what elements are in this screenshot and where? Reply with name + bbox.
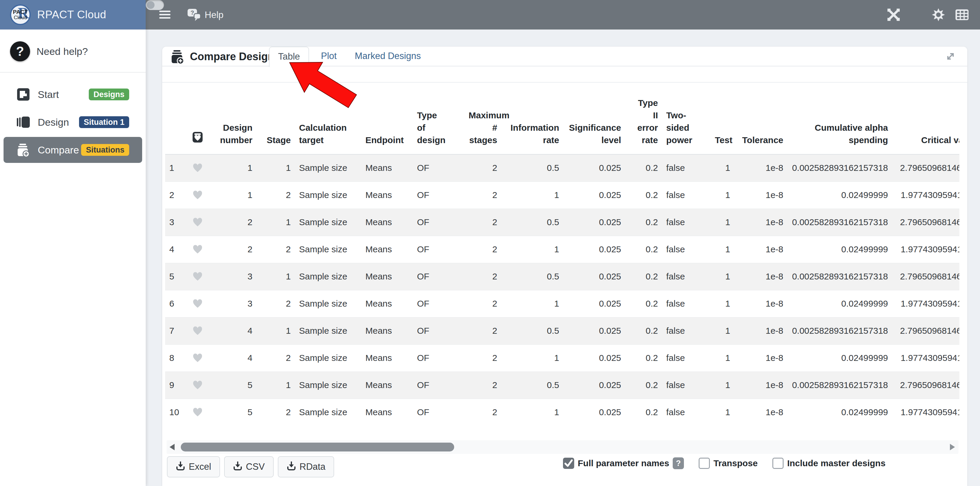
cell-information_rate: 0.5 [501, 155, 563, 182]
cell-marked[interactable] [186, 317, 209, 344]
cell-calculation_target: Sample size [295, 236, 361, 263]
need-help-link[interactable]: ? Need help? [0, 30, 146, 72]
cell-maximum_stages: 2 [465, 371, 501, 398]
grid-view-icon[interactable] [955, 7, 970, 22]
download-icon [286, 461, 296, 473]
card-header: Compare Designs TablePlotMarked Designs [162, 47, 967, 83]
cell-critical_values: 1.977430959411551 [892, 236, 959, 263]
cell-cumulative_alpha_spending: 0.002582893162157318 [788, 263, 892, 290]
cell-two_sided_power: false [662, 263, 711, 290]
full_parameter_names-checkbox[interactable] [563, 458, 574, 469]
cell-test: 1 [711, 209, 734, 236]
cell-type_ii_error_rate: 0.2 [625, 344, 662, 371]
cell-endpoint: Means [361, 209, 413, 236]
cell-information_rate: 0.5 [501, 263, 563, 290]
table-row[interactable]: 531Sample sizeMeansOF20.50.0250.2false11… [165, 263, 959, 290]
cell-endpoint: Means [361, 236, 413, 263]
cell-row_index: 8 [165, 344, 186, 371]
tab-table[interactable]: Table [269, 47, 309, 67]
export-button-label: RData [300, 462, 326, 472]
sidebar-toggle-icon[interactable] [159, 9, 170, 20]
favorite-heart-icon[interactable] [190, 217, 205, 227]
cell-stage: 1 [256, 371, 295, 398]
include_master_designs-checkbox[interactable] [772, 458, 784, 469]
cell-design_number: 3 [209, 263, 256, 290]
table-row[interactable]: 1052Sample sizeMeansOF210.0250.2false11e… [165, 398, 959, 426]
cell-marked[interactable] [186, 344, 209, 371]
cell-critical_values: 1.977430959411551 [892, 344, 959, 371]
export-rdata-button[interactable]: RData [278, 456, 334, 478]
cell-marked[interactable] [186, 263, 209, 290]
fullscreen-button[interactable] [886, 7, 901, 22]
table-row[interactable]: 212Sample sizeMeansOF210.0250.2false11e-… [165, 182, 959, 209]
transpose-checkbox[interactable] [698, 458, 710, 469]
cell-tolerance: 1e-8 [734, 398, 788, 426]
cell-endpoint: Means [361, 371, 413, 398]
favorite-heart-icon[interactable] [190, 244, 205, 254]
cell-critical_values: 2.796509681465587 [892, 317, 959, 344]
sidebar-item-badge: Situations [81, 144, 129, 156]
cell-tolerance: 1e-8 [734, 209, 788, 236]
sidebar-item-compare[interactable]: CompareSituations [3, 137, 142, 163]
cell-marked[interactable] [186, 236, 209, 263]
dark-mode-toggle[interactable] [146, 0, 164, 10]
cell-marked[interactable] [186, 398, 209, 426]
checkbox-label: Include master designs [787, 458, 885, 468]
table-row[interactable]: 741Sample sizeMeansOF20.50.0250.2false11… [165, 317, 959, 344]
cell-type_of_design: OF [413, 344, 465, 371]
scrollbar-thumb[interactable] [181, 443, 454, 451]
cell-cumulative_alpha_spending: 0.002582893162157318 [788, 155, 892, 182]
tab-plot[interactable]: Plot [309, 47, 348, 66]
table-row[interactable]: 842Sample sizeMeansOF210.0250.2false11e-… [165, 344, 959, 371]
sidebar-item-design[interactable]: DesignSituation 1 [3, 109, 142, 135]
cell-test: 1 [711, 398, 734, 426]
cell-tolerance: 1e-8 [734, 236, 788, 263]
favorite-heart-icon[interactable] [190, 326, 205, 336]
export-button-label: Excel [189, 462, 211, 472]
horizontal-scrollbar[interactable] [167, 440, 958, 454]
cell-type_of_design: OF [413, 209, 465, 236]
table-row[interactable]: 111Sample sizeMeansOF20.50.0250.2false11… [165, 155, 959, 182]
sidebar-item-start[interactable]: StartDesigns [3, 81, 142, 107]
settings-icon[interactable] [931, 7, 946, 22]
cell-marked[interactable] [186, 209, 209, 236]
export-excel-button[interactable]: Excel [167, 456, 220, 478]
table-row[interactable]: 422Sample sizeMeansOF210.0250.2false11e-… [165, 236, 959, 263]
cell-endpoint: Means [361, 317, 413, 344]
cell-marked[interactable] [186, 371, 209, 398]
favorite-heart-icon[interactable] [190, 163, 205, 173]
cell-row_index: 10 [165, 398, 186, 426]
favorite-heart-icon[interactable] [190, 353, 205, 363]
favorite-heart-icon[interactable] [190, 380, 205, 390]
export-buttons-row: ExcelCSVRData [167, 456, 334, 478]
favorite-heart-icon[interactable] [190, 271, 205, 282]
cell-marked[interactable] [186, 182, 209, 209]
favorite-heart-icon[interactable] [190, 407, 205, 417]
help-tooltip-badge[interactable]: ? [673, 457, 684, 469]
cell-two_sided_power: false [662, 236, 711, 263]
cell-two_sided_power: false [662, 209, 711, 236]
cell-row_index: 3 [165, 209, 186, 236]
scroll-right-arrow-icon[interactable] [950, 444, 955, 450]
cell-marked[interactable] [186, 290, 209, 317]
expand-card-icon[interactable] [944, 50, 957, 62]
cell-stage: 2 [256, 290, 295, 317]
favorite-heart-icon[interactable] [190, 299, 205, 309]
favorite-heart-icon[interactable] [190, 190, 205, 200]
cell-two_sided_power: false [662, 155, 711, 182]
cell-critical_values: 2.796509681465587 [892, 371, 959, 398]
cell-significance_level: 0.025 [563, 344, 625, 371]
scroll-left-arrow-icon[interactable] [170, 444, 175, 450]
help-menu[interactable]: ? Help [186, 6, 224, 24]
cell-calculation_target: Sample size [295, 344, 361, 371]
table-row[interactable]: 951Sample sizeMeansOF20.50.0250.2false11… [165, 371, 959, 398]
tab-marked[interactable]: Marked Designs [351, 47, 425, 66]
export-csv-button[interactable]: CSV [224, 456, 274, 478]
table-row[interactable]: 632Sample sizeMeansOF210.0250.2false11e-… [165, 290, 959, 317]
cell-tolerance: 1e-8 [734, 371, 788, 398]
cell-marked[interactable] [186, 155, 209, 182]
sidebar: R PACT Cloud RPACT Cloud ? Need help? St… [0, 0, 146, 486]
col-header-critical_values: Critical values [892, 89, 959, 155]
cell-design_number: 4 [209, 344, 256, 371]
table-row[interactable]: 321Sample sizeMeansOF20.50.0250.2false11… [165, 209, 959, 236]
